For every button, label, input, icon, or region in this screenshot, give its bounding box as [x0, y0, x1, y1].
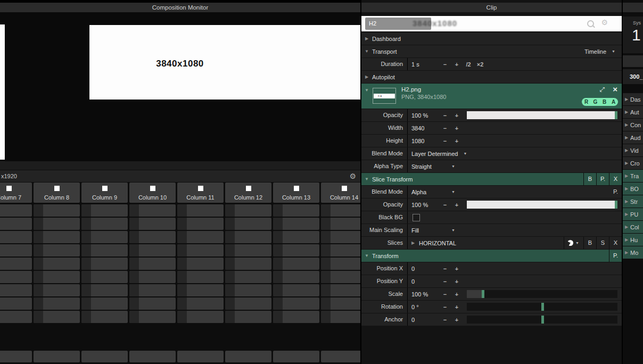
column-header[interactable]: Column 7: [0, 183, 32, 203]
clip-cell[interactable]: [225, 258, 271, 270]
column-connect-button[interactable]: [294, 186, 299, 191]
section-autopilot[interactable]: ▶ Autopilot: [361, 71, 622, 83]
clip-cell[interactable]: [177, 284, 224, 296]
clip-cell[interactable]: [177, 271, 224, 283]
right-panel-section-col[interactable]: ▶Col: [623, 221, 643, 233]
st-opacity-value[interactable]: 100 %: [411, 202, 439, 208]
alpha-type-dropdown[interactable]: Straight ▼: [408, 160, 622, 172]
preset-button[interactable]: P.: [609, 186, 622, 198]
increment-button[interactable]: +: [451, 291, 463, 297]
increment-button[interactable]: +: [451, 278, 463, 285]
clip-cell[interactable]: [0, 244, 32, 257]
clip-cell[interactable]: [0, 271, 32, 283]
clip-cell[interactable]: [129, 231, 176, 243]
clip-cell[interactable]: [34, 351, 80, 362]
clip-cell[interactable]: [81, 297, 128, 310]
remove-button[interactable]: X: [609, 237, 622, 249]
height-value[interactable]: 1080: [411, 138, 439, 144]
clip-cell[interactable]: [321, 271, 360, 283]
clip-cell[interactable]: [34, 244, 80, 257]
clip-cell[interactable]: [81, 204, 128, 217]
increment-button[interactable]: +: [451, 112, 463, 119]
clip-cell[interactable]: [225, 204, 271, 217]
anchor-slider[interactable]: [467, 316, 617, 324]
right-panel-section-bo[interactable]: ▶BO: [623, 183, 643, 195]
blend-mode-dropdown[interactable]: Layer Determined ▼: [408, 147, 622, 160]
column-connect-button[interactable]: [102, 186, 108, 191]
preset-button[interactable]: P.: [609, 250, 622, 262]
clip-cell[interactable]: [34, 297, 80, 310]
clip-cell[interactable]: [129, 311, 176, 323]
clip-cell[interactable]: [225, 311, 271, 323]
decrement-button[interactable]: −: [439, 304, 451, 310]
channel-g-button[interactable]: G: [591, 98, 600, 106]
clip-cell[interactable]: [225, 284, 271, 296]
clip-name-field[interactable]: H2 3840x1080 ⚙: [361, 16, 622, 31]
transport-mode-dropdown[interactable]: Timeline ▼: [584, 48, 615, 55]
clip-cell[interactable]: [0, 258, 32, 270]
column-header[interactable]: Column 14: [321, 183, 360, 203]
clip-cell[interactable]: [129, 284, 176, 296]
decrement-button[interactable]: −: [439, 61, 451, 68]
channel-r-button[interactable]: R: [582, 98, 591, 106]
clip-cell[interactable]: [321, 351, 360, 362]
black-bg-checkbox[interactable]: [413, 214, 420, 221]
clip-cell[interactable]: [129, 218, 176, 230]
clip-cell[interactable]: [273, 311, 319, 323]
collapse-arrow-icon[interactable]: ▶: [411, 241, 419, 245]
decrement-button[interactable]: −: [439, 317, 451, 323]
clip-cell[interactable]: [321, 297, 360, 310]
rotation-slider[interactable]: [467, 303, 617, 311]
position-y-value[interactable]: 0: [411, 278, 439, 285]
right-panel-section-pu[interactable]: ▶PU: [623, 208, 643, 220]
decrement-button[interactable]: −: [439, 202, 451, 208]
clip-cell[interactable]: [0, 218, 32, 230]
clip-cell[interactable]: [273, 244, 319, 257]
increment-button[interactable]: +: [451, 202, 463, 208]
position-x-value[interactable]: 0: [411, 266, 439, 272]
st-opacity-slider[interactable]: [467, 201, 617, 209]
right-panel-section-tra[interactable]: ▶Tra: [623, 170, 643, 182]
clip-cell[interactable]: [34, 231, 80, 243]
clip-cell[interactable]: [321, 284, 360, 296]
main-scaling-dropdown[interactable]: Fill ▼: [408, 224, 622, 236]
section-slice-transform[interactable]: ▼ Slice Transform B P. X: [361, 173, 622, 185]
clip-cell[interactable]: [321, 231, 360, 243]
composition-monitor-title[interactable]: Composition Monitor: [0, 3, 360, 12]
clip-cell[interactable]: [129, 258, 176, 270]
clip-cell[interactable]: [34, 271, 80, 283]
clip-cell[interactable]: [0, 351, 32, 362]
slider-handle[interactable]: [615, 201, 617, 209]
clip-cell[interactable]: [177, 258, 224, 270]
clip-cell[interactable]: [129, 271, 176, 283]
rotation-value[interactable]: 0 °: [411, 304, 439, 310]
channel-b-button[interactable]: B: [600, 98, 609, 106]
column-header[interactable]: Column 11: [177, 183, 224, 203]
right-panel-section-vid[interactable]: ▶Vid: [623, 144, 643, 156]
right-panel-section-hu[interactable]: ▶Hu: [623, 234, 643, 246]
clip-cell[interactable]: [81, 284, 128, 296]
clip-cell[interactable]: [225, 244, 271, 257]
bypass-button[interactable]: B: [583, 237, 596, 249]
clip-cell[interactable]: [321, 258, 360, 270]
right-panel-section-mo[interactable]: ▶Mo: [623, 246, 643, 259]
increment-button[interactable]: +: [451, 266, 463, 272]
clip-cell[interactable]: [0, 311, 32, 323]
slice-shape-dropdown[interactable]: ▼: [564, 237, 583, 249]
clip-cell[interactable]: [0, 231, 32, 243]
clip-cell[interactable]: [225, 218, 271, 230]
clip-cell[interactable]: [273, 351, 319, 362]
double-duration-button[interactable]: ×2: [474, 61, 486, 68]
scale-value[interactable]: 100 %: [411, 291, 439, 297]
clip-cell[interactable]: [34, 204, 80, 217]
clip-cell[interactable]: [225, 271, 271, 283]
source-file-block[interactable]: ▼ n a H2.png PNG, 3840x1080 ⤢ × R G B A: [361, 84, 622, 109]
field-gear-icon[interactable]: ⚙: [601, 18, 608, 27]
close-icon[interactable]: ×: [613, 85, 617, 94]
decrement-button[interactable]: −: [439, 125, 451, 131]
section-dashboard[interactable]: ▶ Dashboard: [361, 32, 622, 45]
clip-cell[interactable]: [129, 204, 176, 217]
clip-cell[interactable]: [225, 297, 271, 310]
clip-cell[interactable]: [273, 218, 319, 230]
section-transport[interactable]: ▼ Transport Timeline ▼: [361, 45, 622, 57]
